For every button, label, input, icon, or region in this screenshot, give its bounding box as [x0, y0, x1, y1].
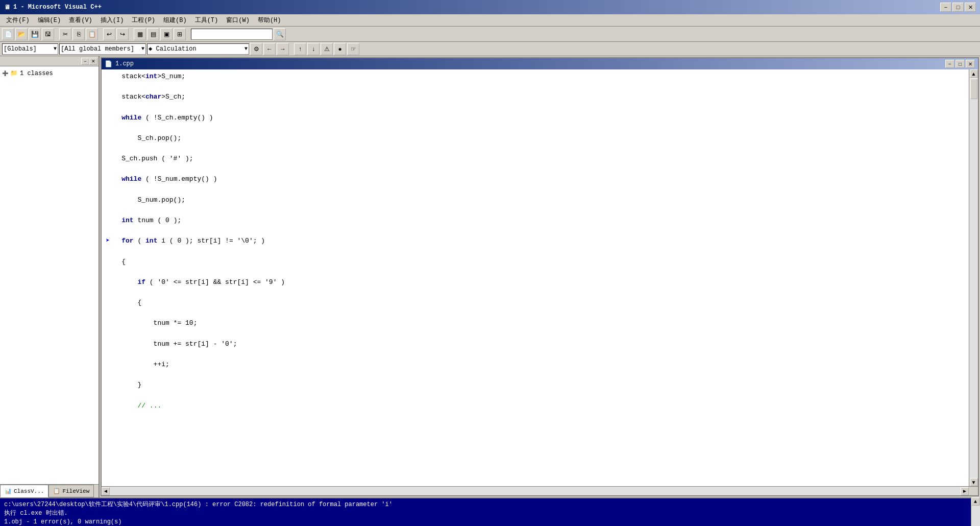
- tree-expand-icon[interactable]: ➕: [2, 70, 8, 77]
- paste-button[interactable]: 📋: [86, 28, 98, 40]
- cut-button[interactable]: ✂: [59, 28, 71, 40]
- menu-bar: 文件(F) 编辑(E) 查看(V) 插入(I) 工程(P) 组建(B) 工具(T…: [0, 14, 980, 27]
- menu-help[interactable]: 帮助(H): [254, 15, 285, 26]
- class-tree: ➕ 📁 1 classes: [0, 66, 99, 484]
- output-button[interactable]: ⊞: [174, 28, 186, 40]
- globals-arrow: ▼: [54, 46, 57, 52]
- doc-maximize-button[interactable]: □: [955, 60, 965, 68]
- summary-line: 1.obj - 1 error(s), 0 warning(s): [4, 518, 967, 526]
- left-panel: − ✕ ➕ 📁 1 classes 📊 ClassV... 📋 FileView: [0, 56, 100, 497]
- output-scroll-up[interactable]: ▲: [971, 497, 979, 506]
- open-button[interactable]: 📂: [15, 28, 28, 40]
- scroll-right-button[interactable]: ►: [961, 487, 969, 495]
- horizontal-scrollbar[interactable]: ◄ ►: [102, 486, 978, 495]
- panel-minimize-button[interactable]: −: [81, 58, 89, 65]
- maximize-button[interactable]: □: [952, 3, 964, 12]
- nav-ref-button[interactable]: ↑: [294, 43, 306, 55]
- nav-err-button[interactable]: ⚠: [321, 43, 333, 55]
- class-folder-icon: 📁: [10, 69, 18, 77]
- undo-button[interactable]: ↩: [103, 28, 115, 40]
- exec-line: 执行 cl.exe 时出错.: [4, 509, 967, 518]
- vertical-scrollbar[interactable]: ▲ ▼: [969, 69, 978, 486]
- toolbar-nav: [Globals] ▼ [All global members] ▼ ◆ Cal…: [0, 42, 980, 56]
- members-label: [All global members]: [61, 45, 134, 53]
- doc-file-icon: 📄: [105, 60, 112, 68]
- search-input[interactable]: [191, 29, 273, 40]
- code-container: stack<int>S_num; stack<char>S_ch; while …: [102, 69, 978, 486]
- members-arrow: ▼: [141, 46, 144, 52]
- output-area: c:\users\27244\desktop\软件工程\实验4\代码评审\1.c…: [0, 497, 980, 526]
- main-area: − ✕ ➕ 📁 1 classes 📊 ClassV... 📋 FileView: [0, 56, 980, 497]
- doc-titlebar: 📄 1.cpp − □ ✕: [102, 58, 978, 69]
- menu-tools[interactable]: 工具(T): [191, 15, 223, 26]
- menu-edit[interactable]: 编辑(E): [34, 15, 65, 26]
- title-bar-left: 🖥 1 - Microsoft Visual C++: [4, 4, 102, 11]
- fileview-tab-label: FileView: [62, 488, 89, 494]
- panel-close-button[interactable]: ✕: [89, 58, 97, 65]
- function-combo[interactable]: ◆ Calculation ▼: [147, 43, 249, 55]
- globals-label: [Globals]: [4, 45, 37, 53]
- menu-view[interactable]: 查看(V): [65, 15, 96, 26]
- title-bar: 🖥 1 - Microsoft Visual C++ − □ ✕: [0, 0, 980, 14]
- save-button[interactable]: 💾: [29, 28, 41, 40]
- nav-tools-button[interactable]: ⚙: [250, 43, 262, 55]
- corner-box: [969, 487, 978, 495]
- menu-insert[interactable]: 插入(I): [96, 15, 128, 26]
- editor-area: 📄 1.cpp − □ ✕ stack<int>S_num; stack<cha…: [100, 56, 980, 497]
- menu-window[interactable]: 窗口(W): [222, 15, 254, 26]
- doc-close-button[interactable]: ✕: [966, 60, 975, 68]
- function-arrow: ▼: [244, 46, 248, 52]
- save-all-button[interactable]: 🖫: [42, 28, 54, 40]
- classview-tab-icon: 📊: [5, 488, 12, 494]
- menu-file[interactable]: 文件(F): [2, 15, 34, 26]
- left-panel-header: − ✕: [0, 56, 99, 66]
- title-bar-controls: − □ ✕: [940, 3, 976, 12]
- nav-back-button[interactable]: ←: [263, 43, 276, 55]
- scroll-down-button[interactable]: ▼: [970, 478, 978, 486]
- output-scrollbar-v[interactable]: ▲ ▼: [971, 497, 980, 526]
- scroll-left-button[interactable]: ◄: [102, 487, 110, 495]
- resource-button[interactable]: ▣: [160, 28, 173, 40]
- classes-label: 1 classes: [20, 70, 53, 77]
- nav-bp-button[interactable]: ●: [334, 43, 346, 55]
- globals-combo[interactable]: [Globals] ▼: [2, 43, 58, 55]
- workspace-button[interactable]: ▦: [134, 28, 146, 40]
- menu-build[interactable]: 组建(B): [159, 15, 191, 26]
- doc-title-left: 📄 1.cpp: [105, 60, 134, 68]
- scroll-track: [969, 78, 978, 478]
- classview-tab-label: ClassV...: [14, 488, 44, 494]
- doc-title: 1.cpp: [115, 60, 134, 67]
- left-panel-tabs: 📊 ClassV... 📋 FileView: [0, 484, 99, 497]
- tree-classes-root[interactable]: ➕ 📁 1 classes: [2, 68, 96, 78]
- scroll-up-button[interactable]: ▲: [970, 69, 978, 78]
- code-editor[interactable]: stack<int>S_num; stack<char>S_ch; while …: [102, 69, 969, 486]
- nav-fwd-button[interactable]: →: [277, 43, 289, 55]
- fileview-tab-icon: 📋: [53, 488, 60, 494]
- scroll-track-h: [110, 487, 961, 495]
- classview-button[interactable]: ▤: [147, 28, 159, 40]
- document-window: 📄 1.cpp − □ ✕ stack<int>S_num; stack<cha…: [101, 57, 979, 496]
- nav-def-button[interactable]: ↓: [307, 43, 320, 55]
- output-panel: c:\users\27244\desktop\软件工程\实验4\代码评审\1.c…: [0, 497, 971, 526]
- output-with-scroll: c:\users\27244\desktop\软件工程\实验4\代码评审\1.c…: [0, 497, 980, 526]
- function-label: ◆ Calculation: [149, 45, 197, 53]
- doc-minimize-button[interactable]: −: [945, 60, 954, 68]
- menu-project[interactable]: 工程(P): [128, 15, 159, 26]
- new-button[interactable]: 📄: [2, 28, 14, 40]
- scroll-thumb[interactable]: [970, 79, 977, 99]
- redo-button[interactable]: ↪: [116, 28, 129, 40]
- app-icon: 🖥: [4, 4, 10, 11]
- minimize-button[interactable]: −: [940, 3, 951, 12]
- toolbar-main: 📄 📂 💾 🖫 ✂ ⎘ 📋 ↩ ↪ ▦ ▤ ▣ ⊞ 🔍: [0, 27, 980, 42]
- nav-hand-button[interactable]: ☞: [347, 43, 359, 55]
- app-title: 1 - Microsoft Visual C++: [13, 4, 102, 11]
- output-scroll-track: [971, 506, 980, 526]
- doc-titlebar-btns: − □ ✕: [945, 60, 975, 68]
- search-button[interactable]: 🔍: [274, 28, 286, 40]
- tab-fileview[interactable]: 📋 FileView: [48, 485, 94, 497]
- error-line: c:\users\27244\desktop\软件工程\实验4\代码评审\1.c…: [4, 500, 967, 509]
- copy-button[interactable]: ⎘: [72, 28, 85, 40]
- tab-classview[interactable]: 📊 ClassV...: [0, 485, 48, 497]
- close-button[interactable]: ✕: [965, 3, 976, 12]
- members-combo[interactable]: [All global members] ▼: [59, 43, 146, 55]
